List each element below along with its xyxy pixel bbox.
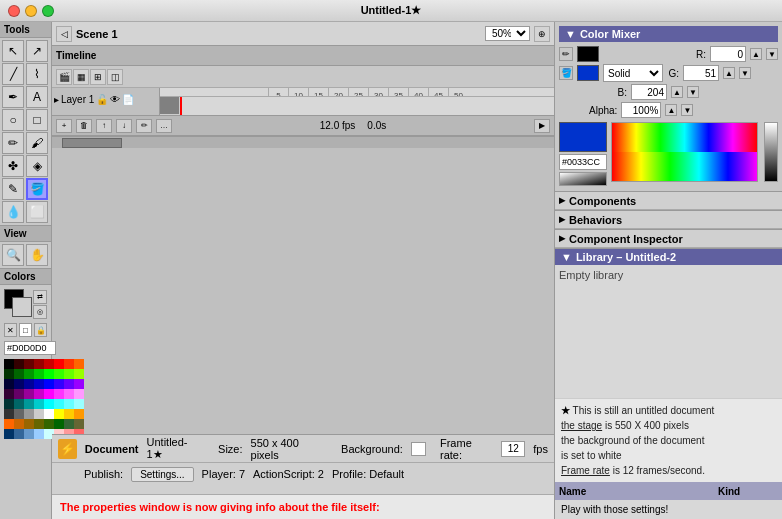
minimize-button[interactable] [25,5,37,17]
tl-play-btn[interactable]: ▶ [534,119,550,133]
tool-paint[interactable]: 🪣 [26,178,48,200]
tl-icon-3[interactable]: ⊞ [90,69,106,85]
color-spectrum[interactable] [611,122,758,182]
zoom-icon[interactable]: ⊕ [534,26,550,42]
tl-icon-2[interactable]: ▦ [73,69,89,85]
default-colors-btn[interactable]: ◎ [33,305,47,319]
palette-color-003333[interactable] [4,399,14,409]
cm-b-down[interactable]: ▼ [687,86,699,98]
palette-color-336699[interactable] [14,429,24,439]
cm-alpha-up[interactable]: ▲ [665,104,677,116]
cm-r-up[interactable]: ▲ [750,48,762,60]
component-inspector-header[interactable]: ▶ Component Inspector [555,230,782,248]
tl-icon-1[interactable]: 🎬 [56,69,72,85]
palette-color-999999[interactable] [24,409,34,419]
tool-freexform[interactable]: ✤ [2,155,24,177]
maximize-button[interactable] [42,5,54,17]
tool-pen[interactable]: ✒ [2,86,24,108]
palette-color-00CCCC[interactable] [34,399,44,409]
color-hex-input[interactable] [4,341,56,355]
palette-color-CCCCCC[interactable] [34,409,44,419]
cm-b-input[interactable] [631,84,667,100]
tl-delete-btn[interactable]: 🗑 [76,119,92,133]
fps-input[interactable] [501,441,525,457]
swap-colors-btn[interactable]: ⇄ [33,290,47,304]
settings-button[interactable]: Settings... [131,467,193,482]
tool-rect[interactable]: □ [26,109,48,131]
h-scrollbar[interactable] [52,136,554,148]
cm-fill-swatch[interactable] [577,65,599,81]
palette-color-000033[interactable] [4,379,14,389]
palette-color-009900[interactable] [24,369,34,379]
tool-fill[interactable]: ◈ [26,155,48,177]
behaviors-header[interactable]: ▶ Behaviors [555,211,782,229]
brightness-bar[interactable] [764,122,778,182]
palette-color-006666[interactable] [14,399,24,409]
tool-zoom[interactable]: 🔍 [2,244,24,266]
cm-hex-display[interactable]: #0033CC [559,154,607,170]
palette-color-000099[interactable] [24,379,34,389]
tl-move-up-btn[interactable]: ↑ [96,119,112,133]
h-scrollbar-thumb[interactable] [62,138,122,148]
keyframe-1[interactable] [160,97,180,115]
tl-options-btn[interactable]: … [156,119,172,133]
cm-pencil-btn[interactable]: ✏ [559,47,573,61]
cm-bucket-btn[interactable]: 🪣 [559,66,573,80]
cm-b-up[interactable]: ▲ [671,86,683,98]
palette-color-003300[interactable] [4,369,14,379]
palette-color-330000[interactable] [14,359,24,369]
tl-edit-btn[interactable]: ✏ [136,119,152,133]
tool-subselect[interactable]: ↗ [26,40,48,62]
cm-alpha-down[interactable]: ▼ [681,104,693,116]
cm-g-down[interactable]: ▼ [739,67,751,79]
lock-fill-btn[interactable]: 🔒 [34,323,47,337]
palette-color-009999[interactable] [24,399,34,409]
tl-new-layer-btn[interactable]: + [56,119,72,133]
tl-icon-4[interactable]: ◫ [107,69,123,85]
palette-color-CC6600[interactable] [14,419,24,429]
cm-r-down[interactable]: ▼ [766,48,778,60]
close-button[interactable] [8,5,20,17]
tool-hand[interactable]: ✋ [26,244,48,266]
components-header[interactable]: ▶ Components [555,192,782,210]
tool-ink[interactable]: ✎ [2,178,24,200]
palette-color-6699CC[interactable] [24,429,34,439]
palette-color-CC00CC[interactable] [34,389,44,399]
palette-color-00CC00[interactable] [34,369,44,379]
palette-color-660000[interactable] [24,359,34,369]
tool-brush[interactable]: 🖌 [26,132,48,154]
cm-stroke-swatch[interactable] [577,46,599,62]
palette-color-666600[interactable] [34,419,44,429]
palette-color-990099[interactable] [24,389,34,399]
tool-text[interactable]: A [26,86,48,108]
palette-color-333333[interactable] [4,409,14,419]
tool-line[interactable]: ╱ [2,63,24,85]
cm-g-input[interactable] [683,65,719,81]
palette-color-990000[interactable] [34,359,44,369]
cm-g-up[interactable]: ▲ [723,67,735,79]
tool-lasso[interactable]: ⌇ [26,63,48,85]
zoom-select[interactable]: 50% 100% 25% [485,26,530,41]
palette-color-660066[interactable] [14,389,24,399]
cm-type-select[interactable]: Solid Linear Radial [603,64,663,82]
cm-alpha-input[interactable] [621,102,661,118]
tool-pencil[interactable]: ✏ [2,132,24,154]
none-fill-btn[interactable]: □ [19,323,32,337]
back-btn[interactable]: ◁ [56,26,72,42]
palette-color-006600[interactable] [14,369,24,379]
palette-color-000000[interactable] [4,359,14,369]
none-stroke-btn[interactable]: ✕ [4,323,17,337]
palette-color-330033[interactable] [4,389,14,399]
layer-eye-icon[interactable]: 👁 [110,94,120,105]
palette-color-0000CC[interactable] [34,379,44,389]
tool-arrow[interactable]: ↖ [2,40,24,62]
palette-color-666666[interactable] [14,409,24,419]
layer-lock-icon[interactable]: 🔓 [96,94,108,105]
tl-move-down-btn[interactable]: ↓ [116,119,132,133]
frames-area[interactable] [160,97,554,115]
tool-eyedrop[interactable]: 💧 [2,201,24,223]
props-bg-swatch[interactable] [411,442,426,456]
palette-color-99CCFF[interactable] [34,429,44,439]
tool-oval[interactable]: ○ [2,109,24,131]
palette-color-003366[interactable] [4,429,14,439]
